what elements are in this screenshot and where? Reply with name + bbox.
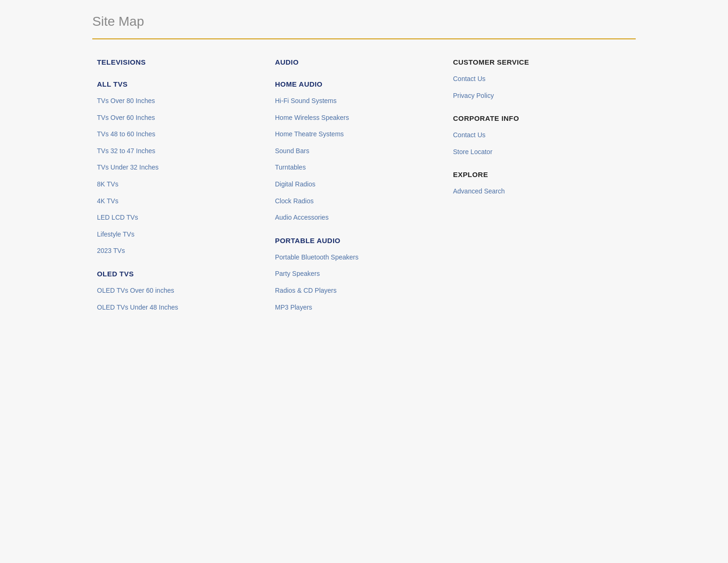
link-portable-bt-speakers[interactable]: Portable Bluetooth Speakers (275, 253, 434, 262)
section-all-tvs: ALL TVS TVs Over 80 Inches TVs Over 60 I… (97, 80, 256, 256)
column-audio: AUDIO HOME AUDIO Hi-Fi Sound Systems Hom… (275, 58, 453, 326)
link-clock-radios[interactable]: Clock Radios (275, 197, 434, 206)
customer-service-heading: CUSTOMER SERVICE (453, 58, 612, 66)
link-2023-tvs[interactable]: 2023 TVs (97, 246, 256, 256)
link-privacy-policy[interactable]: Privacy Policy (453, 91, 612, 101)
link-digital-radios[interactable]: Digital Radios (275, 180, 434, 189)
portable-audio-heading: PORTABLE AUDIO (275, 237, 434, 244)
link-contact-us-corp[interactable]: Contact Us (453, 131, 612, 140)
link-party-speakers[interactable]: Party Speakers (275, 269, 434, 279)
link-tvs-over-80[interactable]: TVs Over 80 Inches (97, 96, 256, 106)
oled-tvs-heading: OLED TVS (97, 270, 256, 278)
link-led-lcd-tvs[interactable]: LED LCD TVs (97, 213, 256, 222)
column-info: CUSTOMER SERVICE Contact Us Privacy Poli… (453, 58, 631, 326)
audio-heading: AUDIO (275, 58, 434, 66)
link-lifestyle-tvs[interactable]: Lifestyle TVs (97, 230, 256, 239)
page-container: Site Map TELEVISIONS ALL TVS TVs Over 80… (83, 0, 645, 340)
link-radios-cd[interactable]: Radios & CD Players (275, 286, 434, 296)
section-home-audio: HOME AUDIO Hi-Fi Sound Systems Home Wire… (275, 80, 434, 222)
link-oled-under-48[interactable]: OLED TVs Under 48 Inches (97, 303, 256, 312)
link-home-wireless[interactable]: Home Wireless Speakers (275, 113, 434, 123)
link-home-theatre[interactable]: Home Theatre Systems (275, 130, 434, 139)
link-audio-accessories[interactable]: Audio Accessories (275, 213, 434, 222)
all-tvs-heading: ALL TVS (97, 80, 256, 88)
section-corporate-info: CORPORATE INFO Contact Us Store Locator (453, 114, 612, 156)
column-televisions: TELEVISIONS ALL TVS TVs Over 80 Inches T… (97, 58, 275, 326)
link-4k-tvs[interactable]: 4K TVs (97, 197, 256, 206)
link-hifi-sound[interactable]: Hi-Fi Sound Systems (275, 96, 434, 106)
link-tvs-48-60[interactable]: TVs 48 to 60 Inches (97, 130, 256, 139)
divider (92, 38, 636, 39)
explore-heading: EXPLORE (453, 170, 612, 178)
section-televisions-heading: TELEVISIONS (97, 58, 256, 66)
link-tvs-under-32[interactable]: TVs Under 32 Inches (97, 163, 256, 172)
link-mp3-players[interactable]: MP3 Players (275, 303, 434, 312)
link-oled-over-60[interactable]: OLED TVs Over 60 inches (97, 286, 256, 296)
link-advanced-search[interactable]: Advanced Search (453, 187, 612, 196)
section-customer-service: CUSTOMER SERVICE Contact Us Privacy Poli… (453, 58, 612, 100)
link-tvs-over-60[interactable]: TVs Over 60 Inches (97, 113, 256, 123)
link-store-locator[interactable]: Store Locator (453, 148, 612, 157)
section-portable-audio: PORTABLE AUDIO Portable Bluetooth Speake… (275, 237, 434, 312)
page-title: Site Map (92, 14, 636, 29)
televisions-heading: TELEVISIONS (97, 58, 256, 66)
section-explore: EXPLORE Advanced Search (453, 170, 612, 196)
link-contact-us-cs[interactable]: Contact Us (453, 74, 612, 84)
section-audio-heading: AUDIO (275, 58, 434, 66)
link-tvs-32-47[interactable]: TVs 32 to 47 Inches (97, 147, 256, 156)
section-oled-tvs: OLED TVS OLED TVs Over 60 inches OLED TV… (97, 270, 256, 312)
link-8k-tvs[interactable]: 8K TVs (97, 180, 256, 189)
corporate-info-heading: CORPORATE INFO (453, 114, 612, 122)
link-sound-bars[interactable]: Sound Bars (275, 147, 434, 156)
sitemap-grid: TELEVISIONS ALL TVS TVs Over 80 Inches T… (92, 58, 636, 326)
link-turntables[interactable]: Turntables (275, 163, 434, 172)
home-audio-heading: HOME AUDIO (275, 80, 434, 88)
